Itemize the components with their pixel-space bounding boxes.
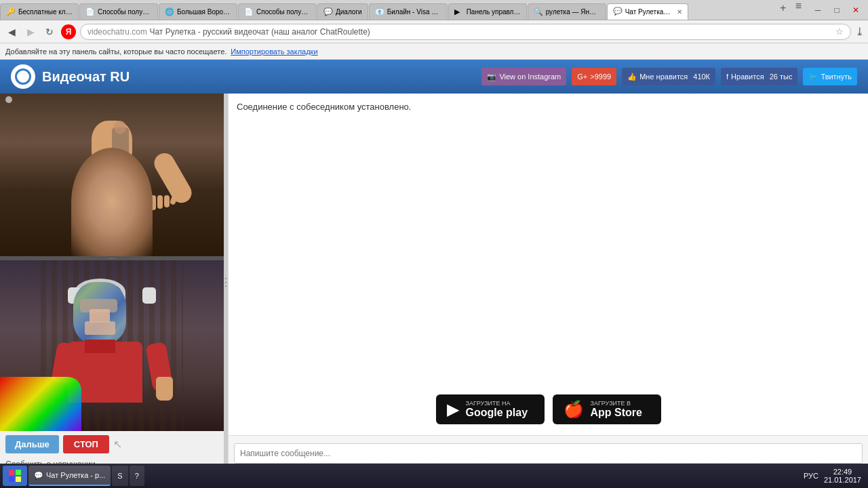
- local-video-container: [0, 260, 224, 431]
- taskbar-lang: РУС: [804, 472, 818, 480]
- site-logo: Видеочат RU: [11, 64, 130, 89]
- gplus-count: >9999: [590, 73, 611, 81]
- tab-label-3: Способы получен...: [256, 8, 311, 16]
- tab-favicon-1: 📄: [85, 7, 95, 17]
- start-button[interactable]: [3, 466, 27, 486]
- page-content: Видеочат RU 📷 View on Instagram G+ >9999…: [0, 60, 868, 470]
- google-play-icon: ▶: [447, 400, 459, 419]
- app-store-text: Загрузите в App Store: [591, 400, 642, 419]
- url-box[interactable]: videochatru.com Чат Рулетка - русский ви…: [80, 24, 851, 40]
- tab-7[interactable]: 🔍 рулетка — Яндекс...: [528, 3, 606, 20]
- tab-favicon-4: 💬: [323, 7, 333, 17]
- window-controls: ─ □ ✕: [806, 0, 868, 20]
- gplus-icon: G+: [577, 73, 587, 81]
- tab-favicon-5: 📧: [375, 7, 384, 17]
- tabs-container: 🔑 Бесплатные ключ... 📄 Способы получен..…: [0, 0, 775, 20]
- back-button[interactable]: ◀: [4, 24, 19, 39]
- like-button[interactable]: 👍 Мне нравится 410К: [622, 68, 715, 85]
- taskbar-time: 22:49: [824, 468, 861, 476]
- tab-8[interactable]: 💬 Чат Рулетка - р... ✕: [607, 3, 688, 20]
- tab-close-8[interactable]: ✕: [677, 8, 682, 16]
- twitter-label: Твитнуть: [821, 73, 852, 81]
- remote-video: [0, 94, 224, 256]
- minimize-button[interactable]: ─: [811, 3, 825, 17]
- video-panel: ⋯: [0, 94, 224, 470]
- fb-icon: f: [726, 73, 728, 81]
- app-store-small: Загрузите в: [591, 400, 642, 407]
- like-icon: 👍: [627, 73, 637, 81]
- tab-6[interactable]: ▶ Панель управлен...: [448, 3, 527, 20]
- site-header: Видеочат RU 📷 View on Instagram G+ >9999…: [0, 60, 868, 94]
- svg-rect-0: [9, 470, 14, 475]
- app-store-name: App Store: [591, 407, 642, 419]
- google-play-small: ЗАГРУЗИТЕ НА: [466, 400, 528, 407]
- tab-2[interactable]: 🌐 Большая Ворона...: [159, 3, 237, 20]
- refresh-button[interactable]: ↻: [42, 24, 57, 39]
- tab-label-0: Бесплатные ключ...: [18, 8, 73, 16]
- taskbar-browser-label: Чат Рулетка - р...: [46, 471, 105, 479]
- forward-button[interactable]: ▶: [23, 24, 38, 39]
- windows-logo-icon: [9, 470, 21, 482]
- taskbar-item-1-icon: S: [117, 472, 122, 480]
- like-label: Мне нравится: [639, 73, 688, 81]
- main-layout: ⋯: [0, 94, 868, 470]
- tab-5[interactable]: 📧 Билайн - Visa QiW...: [369, 3, 448, 20]
- tab-label-8: Чат Рулетка - р...: [625, 8, 671, 16]
- svg-rect-2: [9, 476, 14, 482]
- toolbar-icon-1[interactable]: ⤓: [855, 25, 864, 38]
- tab-label-6: Панель управлен...: [467, 8, 521, 16]
- tab-4[interactable]: 💬 Диалоги: [317, 3, 368, 20]
- url-icons: ☆: [835, 26, 844, 37]
- import-bookmarks-link[interactable]: Импортировать закладки: [231, 47, 317, 56]
- tab-label-7: рулетка — Яндекс...: [546, 8, 600, 16]
- taskbar-browser-icon: 💬: [34, 471, 43, 480]
- tab-favicon-7: 🔍: [534, 7, 543, 17]
- new-tab-button[interactable]: +: [775, 0, 791, 16]
- taskbar-browser-item[interactable]: 💬 Чат Рулетка - р...: [28, 466, 111, 486]
- chat-input[interactable]: [234, 443, 863, 464]
- stop-button[interactable]: СТОП: [63, 435, 109, 453]
- next-button[interactable]: Дальше: [5, 435, 59, 453]
- app-store-row: ▶ ЗАГРУЗИТЕ НА Google play 🍎 Загрузите в…: [229, 384, 868, 435]
- video-top: [0, 94, 224, 256]
- heatmap-overlay: [0, 377, 81, 431]
- toolbar-buttons: ⤓: [855, 25, 864, 38]
- tab-label-2: Большая Ворона...: [177, 8, 231, 16]
- browser-chrome: 🔑 Бесплатные ключ... 📄 Способы получен..…: [0, 0, 868, 60]
- taskbar-item-1[interactable]: S: [112, 466, 127, 486]
- tab-label-5: Билайн - Visa QiW...: [387, 8, 441, 16]
- twitter-button[interactable]: 🐦 Твитнуть: [803, 68, 857, 85]
- apple-icon: 🍎: [564, 400, 584, 419]
- mouse-cursor-indicator: ↖: [113, 438, 122, 451]
- google-play-text: ЗАГРУЗИТЕ НА Google play: [466, 400, 528, 419]
- twitter-icon: 🐦: [808, 73, 818, 81]
- gplus-button[interactable]: G+ >9999: [572, 68, 616, 85]
- site-title: Видеочат RU: [42, 69, 130, 85]
- tab-favicon-3: 📄: [244, 7, 254, 17]
- tab-0[interactable]: 🔑 Бесплатные ключ...: [0, 3, 79, 20]
- chat-messages: Соединение с собеседником установлено.: [229, 94, 868, 384]
- tab-3[interactable]: 📄 Способы получен...: [238, 3, 317, 20]
- svg-rect-1: [16, 470, 21, 475]
- svg-rect-3: [16, 476, 21, 482]
- google-play-badge[interactable]: ▶ ЗАГРУЗИТЕ НА Google play: [436, 394, 545, 424]
- bookmark-star-icon[interactable]: ☆: [835, 26, 844, 37]
- maximize-button[interactable]: □: [830, 3, 844, 17]
- tab-favicon-6: ▶: [454, 7, 464, 17]
- taskbar-item-2[interactable]: ?: [130, 466, 144, 486]
- address-bar: ◀ ▶ ↻ Я videochatru.com Чат Рулетка - ру…: [0, 20, 868, 43]
- tab-1[interactable]: 📄 Способы получен...: [79, 3, 158, 20]
- browser-logo: Я: [61, 24, 76, 39]
- app-store-badge[interactable]: 🍎 Загрузите в App Store: [553, 394, 661, 424]
- pages-count: 26 тыс: [770, 73, 793, 81]
- tab-favicon-8: 💬: [613, 7, 623, 16]
- pages-button[interactable]: f Нравится 26 тыс: [721, 68, 797, 85]
- url-text: videochatru.com Чат Рулетка - русский ви…: [87, 27, 835, 37]
- instagram-button[interactable]: 📷 View on Instagram: [481, 68, 566, 85]
- browser-menu-button[interactable]: ≡: [791, 0, 806, 20]
- tab-label-1: Способы получен...: [98, 8, 152, 16]
- taskbar-right: РУС 22:49 21.01.2017: [804, 468, 865, 484]
- bookmarks-notice: Добавляйте на эту панель сайты, которые …: [5, 47, 226, 56]
- close-button[interactable]: ✕: [849, 3, 863, 17]
- connection-message: Соединение с собеседником установлено.: [237, 102, 860, 112]
